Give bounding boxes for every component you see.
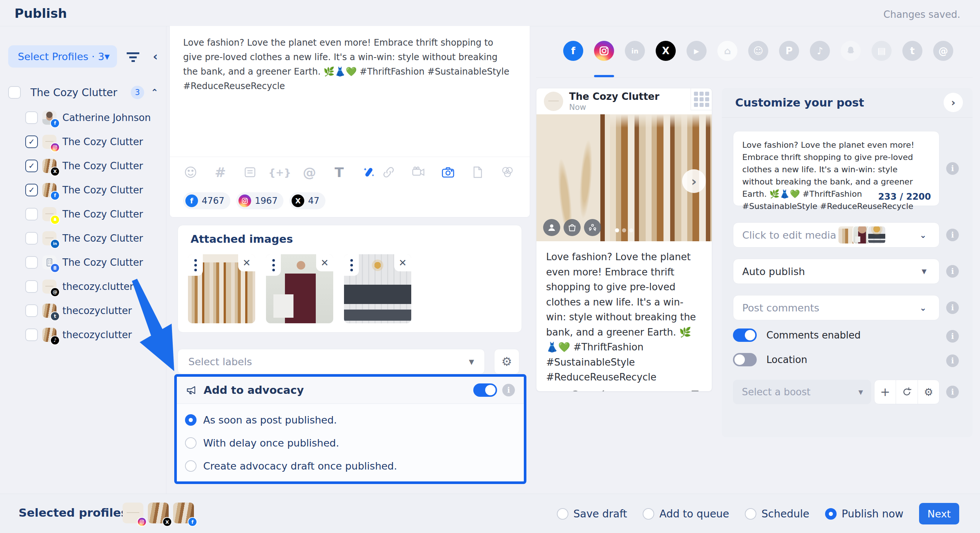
labels-settings-button[interactable]: ⚙ [494, 349, 519, 374]
tab-tiktok[interactable]: ♪ [810, 41, 830, 61]
info-icon[interactable]: i [946, 385, 959, 398]
variables-icon[interactable]: {+} [272, 164, 287, 180]
boost-settings-button[interactable]: ⚙ [918, 380, 939, 404]
publish-option-publish-now[interactable]: Publish now [825, 508, 904, 520]
saved-replies-icon[interactable] [243, 164, 258, 180]
info-icon[interactable]: i [946, 162, 959, 175]
post-text-editor[interactable]: Love fashion? Love the planet even more!… [170, 26, 523, 94]
profile-checkbox[interactable] [25, 208, 38, 220]
publish-option-schedule[interactable]: Schedule [745, 508, 810, 520]
info-icon[interactable]: i [502, 384, 515, 397]
profile-checkbox[interactable] [25, 184, 38, 196]
profile-row[interactable]: tthecozyclutter [0, 298, 166, 322]
customize-text-field[interactable]: Love fashion? Love the planet even more!… [733, 131, 940, 206]
comment-icon[interactable] [568, 389, 582, 392]
product-tag-icon[interactable] [563, 219, 581, 236]
expand-panel-button[interactable]: › [943, 93, 963, 112]
profile-row[interactable]: The Cozy Clutter [0, 130, 166, 154]
tab-pinterest[interactable]: P [779, 41, 799, 61]
profile-row[interactable]: ♪thecozyclutter [0, 322, 166, 347]
radio-button[interactable] [185, 460, 197, 472]
info-icon[interactable]: i [946, 301, 959, 314]
profile-checkbox[interactable] [25, 232, 38, 244]
media-library-icon[interactable] [500, 164, 515, 180]
profile-row[interactable]: XThe Cozy Clutter [0, 154, 166, 178]
like-icon[interactable] [546, 389, 560, 392]
video-icon[interactable] [411, 164, 426, 180]
share-icon[interactable] [591, 389, 605, 392]
radio-button[interactable] [643, 508, 654, 520]
remove-image-button[interactable]: ✕ [394, 254, 411, 271]
info-icon[interactable]: i [946, 330, 959, 343]
publish-option-add-to-queue[interactable]: Add to queue [643, 508, 729, 520]
drag-handle-icon[interactable] [266, 254, 281, 276]
drag-handle-icon[interactable] [344, 254, 359, 276]
profile-checkbox[interactable] [25, 305, 38, 317]
info-icon[interactable]: i [946, 228, 959, 241]
location-toggle[interactable] [733, 353, 757, 366]
auto-publish-dropdown[interactable]: Auto publish ▼ [733, 259, 940, 284]
filter-profiles-button[interactable] [125, 49, 141, 65]
profile-checkbox[interactable] [25, 135, 38, 148]
mention-icon[interactable]: @ [302, 164, 317, 180]
post-comments-dropdown[interactable]: Post comments ⌄ [733, 295, 940, 320]
profile-row[interactable]: fThe Cozy Clutter [0, 178, 166, 202]
radio-button[interactable] [185, 437, 197, 449]
tab-snapchat[interactable] [841, 41, 861, 61]
tag-people-icon[interactable] [543, 219, 560, 236]
profile-row[interactable]: inThe Cozy Clutter [0, 226, 166, 250]
collaborators-icon[interactable] [584, 219, 601, 236]
camera-icon[interactable] [441, 164, 455, 180]
profile-checkbox[interactable] [25, 160, 38, 172]
tab-linkedin[interactable]: in [625, 41, 645, 61]
radio-button[interactable] [825, 508, 837, 520]
chevron-up-icon[interactable]: ⌃ [151, 87, 158, 98]
collapse-sidebar-button[interactable]: ‹ [148, 48, 163, 65]
profile-row[interactable]: fCatherine Johnson [0, 105, 166, 130]
profile-checkbox[interactable] [25, 111, 38, 124]
profile-row[interactable]: @thecozy.clutter [0, 274, 166, 298]
profile-group-row[interactable]: The Cozy Clutter 3 ⌃ [0, 82, 166, 103]
text-format-icon[interactable]: T [332, 164, 347, 180]
select-boost-dropdown[interactable]: Select a boost ▼ [733, 380, 871, 404]
next-button[interactable]: Next [919, 503, 959, 525]
advocacy-option[interactable]: Create advocacy draft once published. [177, 454, 524, 477]
remove-image-button[interactable]: ✕ [316, 254, 333, 271]
profile-checkbox[interactable] [25, 256, 38, 269]
edit-media-dropdown[interactable]: Click to edit media ⌄ [733, 222, 940, 247]
emoji-icon[interactable] [183, 164, 198, 180]
select-labels-dropdown[interactable]: Select labels ▼ [178, 349, 485, 374]
document-icon[interactable] [470, 164, 485, 180]
drag-handle-icon[interactable] [188, 254, 203, 276]
tab-google-business[interactable]: ⌂ [718, 41, 737, 61]
tab-threads[interactable]: @ [933, 41, 953, 61]
group-checkbox[interactable] [8, 86, 21, 99]
advocacy-toggle[interactable] [473, 384, 497, 397]
add-boost-button[interactable]: + [875, 380, 896, 404]
tab-contact-card[interactable]: ▤ [872, 41, 892, 61]
remove-image-button[interactable]: ✕ [238, 254, 255, 271]
radio-button[interactable] [185, 414, 197, 426]
select-profiles-dropdown[interactable]: Select Profiles · 3 ▼ [8, 45, 117, 68]
refresh-boost-button[interactable] [896, 380, 917, 404]
publish-option-save-draft[interactable]: Save draft [557, 508, 627, 520]
tab-x[interactable]: X [656, 41, 676, 61]
profile-checkbox[interactable] [25, 328, 38, 341]
profile-row[interactable]: The Cozy Clutter [0, 250, 166, 274]
info-icon[interactable]: i [946, 354, 959, 367]
profile-checkbox[interactable] [25, 280, 38, 293]
bookmark-icon[interactable] [688, 389, 702, 392]
info-icon[interactable]: i [946, 265, 959, 278]
tab-youtube[interactable]: ▶ [687, 41, 706, 61]
grid-view-button[interactable] [690, 88, 712, 110]
advocacy-option[interactable]: With delay once published. [177, 431, 524, 454]
radio-button[interactable] [557, 508, 568, 520]
tab-reddit[interactable]: ☺ [748, 41, 768, 61]
hashtag-icon[interactable]: # [213, 164, 228, 180]
advocacy-option[interactable]: As soon as post published. [177, 408, 524, 431]
radio-button[interactable] [745, 508, 756, 520]
tab-tumblr[interactable]: t [902, 41, 923, 61]
tab-facebook[interactable]: f [563, 41, 583, 61]
link-icon[interactable] [381, 164, 396, 180]
profile-row[interactable]: The Cozy Clutter [0, 202, 166, 226]
